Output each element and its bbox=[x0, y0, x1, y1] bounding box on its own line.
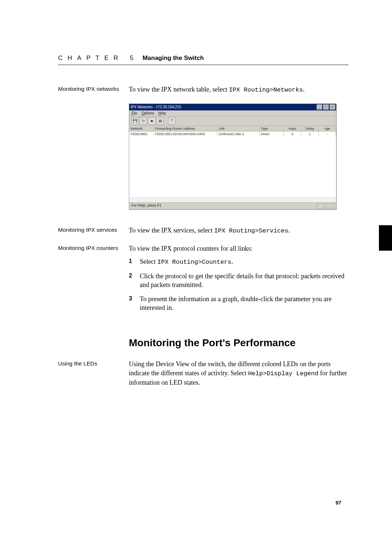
step-number: 2 bbox=[129, 272, 140, 280]
close-icon[interactable]: × bbox=[330, 104, 335, 110]
intro-text: To view the IPX protocol counters for al… bbox=[129, 244, 348, 253]
text: To view the IPX services, select bbox=[129, 227, 214, 234]
side-label-using-leds: Using the LEDs bbox=[58, 360, 129, 368]
body-ipx-counters: To view the IPX protocol counters for al… bbox=[129, 244, 348, 317]
text: . bbox=[303, 86, 305, 93]
text: To view the IPX network table, select bbox=[129, 86, 229, 93]
step-number: 3 bbox=[129, 295, 140, 303]
cell-link: (Unknown) vlan 2 bbox=[217, 132, 259, 137]
chapter-label: CHAPTER 5 bbox=[58, 54, 138, 61]
cell-delay: 1 bbox=[301, 132, 319, 137]
save-icon[interactable]: 💾 bbox=[131, 117, 139, 125]
code-path: IPX Routing>Counters bbox=[157, 259, 231, 266]
cell-network: FEDEABE1 bbox=[129, 132, 154, 137]
body-using-leds: Using the Device View of the switch, the… bbox=[129, 360, 348, 387]
col-hops[interactable]: Hops bbox=[284, 126, 301, 131]
step-item: 3 To present the information as a graph,… bbox=[129, 295, 348, 312]
col-delay[interactable]: Delay bbox=[301, 126, 319, 131]
stop-icon[interactable]: ■ bbox=[148, 117, 155, 125]
thumb-tab bbox=[379, 225, 392, 251]
step-text: To present the information as a graph, d… bbox=[140, 295, 348, 312]
col-link[interactable]: Link bbox=[217, 126, 259, 131]
text: . bbox=[232, 258, 233, 265]
side-label-ipx-counters: Monitoring IPX counters bbox=[58, 244, 129, 252]
window-toolbar: 💾 ↻ ■ ▤ ? bbox=[129, 116, 336, 126]
code-path: Help>Display Legend bbox=[248, 370, 318, 377]
page-number: 97 bbox=[335, 500, 341, 506]
code-path: IPX Routing>Networks bbox=[229, 86, 303, 93]
menu-help[interactable]: Help bbox=[159, 111, 166, 115]
status-pane bbox=[326, 203, 334, 209]
status-pane bbox=[317, 203, 324, 209]
cell-forwarding-router: FEDEABE1:02A8C940:5001:0453 bbox=[154, 132, 217, 137]
cell-hops: 0 bbox=[284, 132, 301, 137]
step-number: 1 bbox=[129, 257, 140, 265]
cell-age: - bbox=[319, 132, 336, 137]
help-icon[interactable]: ? bbox=[168, 117, 175, 125]
status-text: For Help, press F1 bbox=[131, 203, 162, 209]
step-text: Click the protocol to get the specific d… bbox=[140, 272, 348, 290]
table-row[interactable]: FEDEABE1 FEDEABE1:02A8C940:5001:0453 (Un… bbox=[129, 132, 336, 137]
ipx-networks-window: IPX Networks - 172.20.104.215 _ □ × File… bbox=[129, 104, 336, 210]
body-ipx-networks: To view the IPX network table, select IP… bbox=[129, 85, 348, 94]
cell-type: Direct bbox=[260, 132, 284, 137]
col-forwarding-router[interactable]: Forwarding Router Address bbox=[154, 126, 217, 131]
table-body: FEDEABE1 FEDEABE1:02A8C940:5001:0453 (Un… bbox=[129, 132, 336, 197]
table-header: Network Forwarding Router Address Link T… bbox=[129, 126, 336, 132]
step-item: 1 Select IPX Routing>Counters. bbox=[129, 257, 348, 267]
refresh-icon[interactable]: ↻ bbox=[140, 117, 147, 125]
window-titlebar: IPX Networks - 172.20.104.215 _ □ × bbox=[129, 104, 336, 110]
window-menu-bar: File Options Help bbox=[129, 110, 336, 116]
text: . bbox=[288, 227, 290, 234]
filter-icon[interactable]: ▤ bbox=[156, 117, 164, 125]
col-type[interactable]: Type bbox=[260, 126, 284, 131]
side-label-ipx-services: Monitoring IPX services bbox=[58, 226, 129, 234]
step-item: 2 Click the protocol to get the specific… bbox=[129, 272, 348, 290]
code-path: IPX Routing>Services bbox=[214, 227, 288, 234]
chapter-header: CHAPTER 5 Managing the Switch bbox=[58, 54, 348, 65]
minimize-icon[interactable]: _ bbox=[317, 104, 322, 110]
col-network[interactable]: Network bbox=[129, 126, 154, 131]
text: Select bbox=[140, 258, 157, 265]
body-ipx-services: To view the IPX services, select IPX Rou… bbox=[129, 226, 348, 235]
col-age[interactable]: Age bbox=[319, 126, 336, 131]
side-label-ipx-networks: Monitoring IPX networks bbox=[58, 85, 129, 93]
menu-file[interactable]: File bbox=[131, 111, 137, 115]
window-title: IPX Networks - 172.20.104.215 bbox=[131, 105, 181, 109]
section-heading-port-performance: Monitoring the Port's Performance bbox=[129, 337, 348, 349]
menu-options[interactable]: Options bbox=[142, 111, 154, 115]
chapter-title: Managing the Switch bbox=[143, 54, 204, 61]
window-statusbar: For Help, press F1 bbox=[129, 202, 336, 209]
maximize-icon[interactable]: □ bbox=[323, 104, 329, 110]
